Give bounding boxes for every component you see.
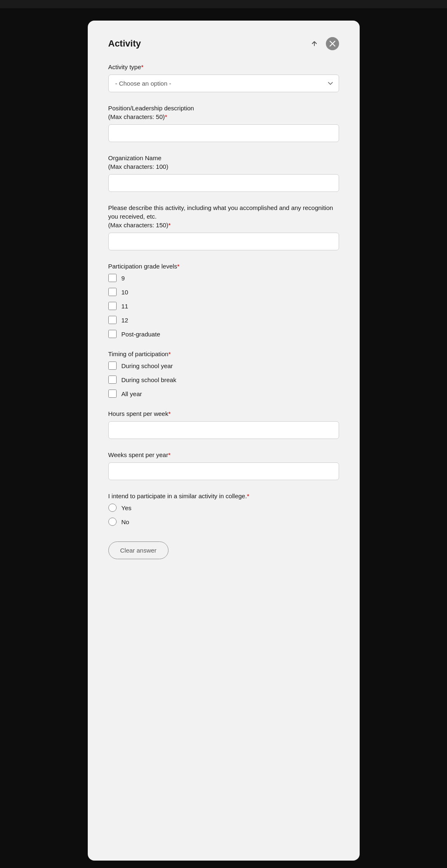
- header-icons: [308, 37, 339, 50]
- timing-label: Timing of participation*: [108, 350, 339, 358]
- clear-answer-button[interactable]: Clear answer: [108, 541, 169, 559]
- timing-all-year-checkbox[interactable]: [108, 390, 117, 398]
- scroll-up-button[interactable]: [308, 37, 321, 50]
- grade-11-item: 11: [108, 302, 339, 310]
- grade-11-label[interactable]: 11: [122, 303, 129, 310]
- grade-12-item: 12: [108, 316, 339, 324]
- hours-per-week-group: Hours spent per week*: [108, 409, 339, 439]
- activity-description-label: Please describe this activity, including…: [108, 203, 339, 229]
- college-participation-radios: Yes No: [108, 504, 339, 526]
- timing-school-break-item: During school break: [108, 376, 339, 384]
- timing-school-year-checkbox[interactable]: [108, 362, 117, 370]
- grade-10-item: 10: [108, 288, 339, 296]
- grade-11-checkbox[interactable]: [108, 302, 117, 310]
- activity-description-group: Please describe this activity, including…: [108, 203, 339, 250]
- hours-per-week-label: Hours spent per week*: [108, 409, 339, 418]
- modal-header: Activity: [108, 37, 339, 50]
- timing-all-year-item: All year: [108, 390, 339, 398]
- grade-9-item: 9: [108, 274, 339, 282]
- college-yes-radio[interactable]: [108, 504, 117, 512]
- overlay: Activity Activity type* - C: [0, 8, 447, 868]
- timing-checkboxes: During school year During school break A…: [108, 362, 339, 398]
- weeks-per-year-input[interactable]: [108, 462, 339, 480]
- modal: Activity Activity type* - C: [88, 21, 360, 861]
- grade-9-checkbox[interactable]: [108, 274, 117, 282]
- grade-levels-label: Participation grade levels*: [108, 262, 339, 271]
- grade-9-label[interactable]: 9: [122, 275, 125, 282]
- college-participation-group: I intend to participate in a similar act…: [108, 492, 339, 526]
- college-yes-item: Yes: [108, 504, 339, 512]
- activity-type-group: Activity type* - Choose an option -: [108, 63, 339, 92]
- organization-name-label: Organization Name (Max characters: 100): [108, 154, 339, 171]
- organization-name-group: Organization Name (Max characters: 100): [108, 154, 339, 192]
- position-description-group: Position/Leadership description (Max cha…: [108, 104, 339, 142]
- weeks-per-year-group: Weeks spent per year*: [108, 450, 339, 480]
- activity-type-label: Activity type*: [108, 63, 339, 71]
- college-no-label[interactable]: No: [122, 518, 129, 525]
- weeks-per-year-label: Weeks spent per year*: [108, 450, 339, 459]
- timing-all-year-label[interactable]: All year: [122, 390, 142, 397]
- college-no-radio[interactable]: [108, 518, 117, 526]
- hours-per-week-input[interactable]: [108, 421, 339, 439]
- grade-10-checkbox[interactable]: [108, 288, 117, 296]
- timing-school-break-label[interactable]: During school break: [122, 376, 176, 383]
- timing-school-break-checkbox[interactable]: [108, 376, 117, 384]
- grade-levels-checkboxes: 9 10 11 12 Post-graduate: [108, 274, 339, 338]
- timing-group: Timing of participation* During school y…: [108, 350, 339, 398]
- grade-postgrad-checkbox[interactable]: [108, 330, 117, 338]
- grade-12-label[interactable]: 12: [122, 317, 129, 324]
- college-participation-label: I intend to participate in a similar act…: [108, 492, 339, 500]
- college-yes-label[interactable]: Yes: [122, 504, 131, 511]
- grade-postgrad-item: Post-graduate: [108, 330, 339, 338]
- modal-title: Activity: [108, 38, 141, 49]
- activity-type-select[interactable]: - Choose an option -: [108, 75, 339, 92]
- timing-school-year-label[interactable]: During school year: [122, 362, 173, 369]
- grade-levels-group: Participation grade levels* 9 10 11 12: [108, 262, 339, 338]
- grade-10-label[interactable]: 10: [122, 289, 129, 296]
- position-description-label: Position/Leadership description (Max cha…: [108, 104, 339, 121]
- position-description-input[interactable]: [108, 124, 339, 142]
- timing-school-year-item: During school year: [108, 362, 339, 370]
- organization-name-input[interactable]: [108, 174, 339, 192]
- college-no-item: No: [108, 518, 339, 526]
- grade-postgrad-label[interactable]: Post-graduate: [122, 331, 160, 338]
- grade-12-checkbox[interactable]: [108, 316, 117, 324]
- activity-description-input[interactable]: [108, 233, 339, 250]
- close-button[interactable]: [326, 37, 339, 50]
